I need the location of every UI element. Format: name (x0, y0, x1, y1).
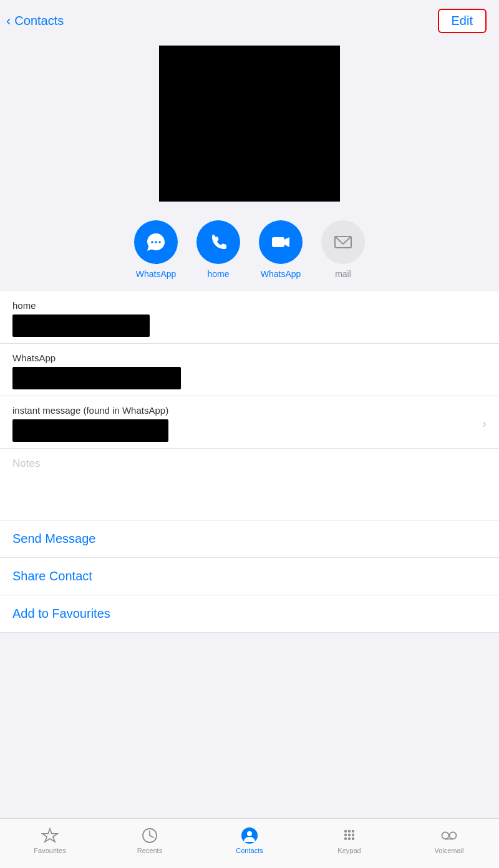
tab-keypad-label: Keypad (337, 847, 361, 854)
share-contact-label: Share Contact (12, 569, 92, 583)
notes-section[interactable]: Notes (0, 449, 499, 520)
keypad-icon (341, 827, 358, 844)
tab-favourites-label: Favourites (34, 847, 65, 854)
action-circle-whatsapp-video (259, 220, 303, 264)
clock-icon (141, 827, 158, 844)
im-field-left: instant message (found in WhatsApp) (12, 405, 482, 442)
svg-point-2 (158, 241, 161, 243)
mail-icon (332, 231, 354, 253)
whatsapp-field-label: WhatsApp (12, 353, 487, 363)
svg-point-20 (352, 837, 354, 839)
action-mail[interactable]: mail (321, 220, 365, 279)
content-section: home WhatsApp instant message (found in … (0, 291, 499, 633)
share-contact-button[interactable]: Share Contact (0, 558, 499, 595)
phone-icon (207, 231, 230, 253)
svg-point-14 (352, 829, 354, 832)
header: ‹ Contacts Edit (0, 0, 499, 39)
tab-bar: Favourites Recents Contacts (0, 818, 499, 868)
whatsapp-field-group: WhatsApp (0, 344, 499, 396)
tab-voicemail[interactable]: Voicemail (399, 827, 499, 854)
edit-button[interactable]: Edit (438, 9, 487, 33)
tab-recents-label: Recents (137, 847, 162, 854)
svg-marker-6 (42, 829, 57, 842)
send-message-label: Send Message (12, 532, 95, 545)
home-field-group: home (0, 291, 499, 344)
voicemail-icon (440, 827, 458, 844)
svg-rect-3 (272, 237, 284, 247)
svg-point-1 (155, 241, 157, 243)
im-field-label: instant message (found in WhatsApp) (12, 405, 482, 416)
tab-recents[interactable]: Recents (100, 827, 200, 854)
tab-contacts[interactable]: Contacts (200, 827, 299, 854)
im-field-group[interactable]: instant message (found in WhatsApp) › (0, 396, 499, 449)
chevron-right-icon: › (482, 416, 487, 431)
star-icon (41, 827, 59, 844)
tab-favourites[interactable]: Favourites (0, 827, 100, 854)
action-whatsapp-message[interactable]: WhatsApp (134, 220, 178, 279)
tab-contacts-label: Contacts (236, 847, 263, 854)
back-button[interactable]: ‹ Contacts (6, 14, 64, 28)
notes-placeholder: Notes (12, 457, 40, 469)
tab-keypad[interactable]: Keypad (299, 827, 399, 854)
whatsapp-field-value (12, 367, 181, 389)
video-icon (269, 231, 292, 253)
svg-point-22 (450, 832, 457, 839)
message-icon (145, 231, 167, 253)
action-buttons: WhatsApp home WhatsApp mail (0, 214, 499, 291)
add-to-favourites-label: Add to Favourites (12, 607, 110, 620)
svg-point-0 (151, 241, 153, 243)
svg-line-9 (150, 836, 153, 837)
add-to-favourites-button[interactable]: Add to Favourites (0, 595, 499, 633)
svg-point-17 (352, 833, 354, 836)
back-label: Contacts (14, 14, 64, 28)
im-field-value (12, 419, 168, 442)
svg-point-13 (348, 829, 351, 832)
action-circle-mail (321, 220, 365, 264)
svg-marker-4 (284, 237, 289, 247)
avatar-section (0, 39, 499, 214)
action-label-whatsapp-video: WhatsApp (261, 269, 301, 279)
action-whatsapp-video[interactable]: WhatsApp (259, 220, 303, 279)
send-message-button[interactable]: Send Message (0, 520, 499, 558)
action-label-mail: mail (335, 269, 351, 279)
home-field-label: home (12, 300, 487, 311)
svg-point-16 (348, 833, 351, 836)
action-circle-home (196, 220, 240, 264)
tab-voicemail-label: Voicemail (434, 847, 463, 854)
avatar (159, 46, 340, 202)
svg-point-12 (344, 829, 347, 832)
action-label-home: home (207, 269, 229, 279)
back-chevron-icon: ‹ (6, 14, 11, 28)
svg-point-11 (247, 831, 252, 836)
contacts-icon (241, 827, 258, 844)
svg-point-21 (442, 832, 449, 839)
svg-point-18 (344, 837, 347, 839)
action-label-whatsapp-msg: WhatsApp (136, 269, 177, 279)
action-circle-whatsapp-msg (134, 220, 178, 264)
svg-point-19 (348, 837, 351, 839)
home-field-value (12, 315, 150, 337)
svg-point-15 (344, 833, 347, 836)
action-home-call[interactable]: home (196, 220, 240, 279)
